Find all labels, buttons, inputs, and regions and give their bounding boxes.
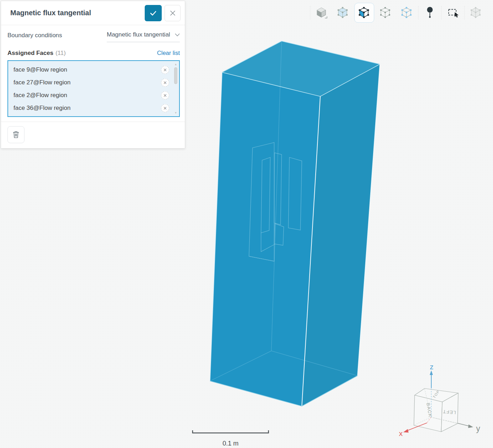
select-edge-icon xyxy=(378,5,393,20)
select-vertex-button[interactable] xyxy=(397,3,417,23)
apply-button[interactable] xyxy=(145,5,162,21)
axis-y-label: y xyxy=(476,424,480,433)
toolbar-divider xyxy=(418,6,419,19)
panel-body: Boundary conditions Magnetic flux tangen… xyxy=(1,31,185,148)
chevron-down-icon xyxy=(175,33,180,37)
geometry-left-face[interactable] xyxy=(210,72,320,406)
close-icon xyxy=(169,9,177,17)
remove-face-button[interactable]: ✕ xyxy=(161,66,169,74)
remove-face-button[interactable]: ✕ xyxy=(161,79,169,87)
scroll-up-arrow[interactable]: ▲ xyxy=(173,63,178,66)
assigned-faces-list[interactable]: face 9@Flow region ✕ face 27@Flow region… xyxy=(7,60,180,117)
assigned-faces-label: Assigned Faces xyxy=(7,50,53,56)
check-icon xyxy=(149,9,157,17)
axis-x-label: x xyxy=(399,429,403,437)
trash-icon xyxy=(12,130,20,139)
boundary-conditions-label: Boundary conditions xyxy=(7,31,62,39)
face-list-item[interactable]: face 9@Flow region ✕ xyxy=(8,63,179,76)
probe-point-button[interactable] xyxy=(420,3,440,23)
assigned-faces-header: Assigned Faces(11) Clear list xyxy=(7,50,180,57)
select-volume-button[interactable] xyxy=(312,3,332,23)
axis-z-label: z xyxy=(430,363,434,371)
orientation-cube[interactable]: z x y BACK LEFT TOP xyxy=(399,363,481,437)
panel-footer xyxy=(7,122,180,148)
boundary-condition-type-dropdown[interactable]: Magnetic flux tangential xyxy=(107,31,180,42)
toolbar-divider xyxy=(441,6,442,19)
select-all-faces-icon xyxy=(336,5,350,20)
select-assembly-icon xyxy=(469,5,483,20)
face-list-item[interactable]: face 27@Flow region ✕ xyxy=(8,76,179,89)
panel-header: Magnetic flux tangential xyxy=(1,1,185,25)
select-vertex-icon xyxy=(399,5,414,20)
flow-region-geometry[interactable] xyxy=(210,41,380,406)
close-button[interactable] xyxy=(165,5,181,21)
face-list-item[interactable]: face 36@Flow region ✕ xyxy=(8,102,179,114)
selection-toolbar xyxy=(309,2,487,23)
delete-button[interactable] xyxy=(7,126,24,143)
select-face-button[interactable] xyxy=(354,3,374,23)
toolbar-divider xyxy=(310,6,310,19)
select-edge-button[interactable] xyxy=(376,3,395,23)
clear-list-link[interactable]: Clear list xyxy=(157,50,180,56)
select-volume-icon xyxy=(314,5,329,20)
scale-bar-label: 0.1 m xyxy=(222,440,238,447)
scale-bar: 0.1 m xyxy=(193,430,268,447)
box-select-button[interactable] xyxy=(443,3,463,23)
select-face-icon xyxy=(357,5,372,20)
face-label: face 36@Flow region xyxy=(13,105,71,112)
dropdown-selected-value: Magnetic flux tangential xyxy=(107,31,170,38)
remove-face-button[interactable]: ✕ xyxy=(161,104,169,112)
face-label: face 27@Flow region xyxy=(13,79,71,86)
list-scrollbar[interactable]: ▲ ▼ xyxy=(173,63,178,114)
face-label: face 9@Flow region xyxy=(13,66,67,73)
probe-point-icon xyxy=(422,5,437,20)
boundary-conditions-row: Boundary conditions Magnetic flux tangen… xyxy=(7,31,180,42)
face-label: face 2@Flow region xyxy=(13,92,67,99)
assigned-faces-count: (11) xyxy=(55,50,66,56)
select-all-faces-button[interactable] xyxy=(333,3,353,23)
scroll-down-arrow[interactable]: ▼ xyxy=(173,111,178,114)
app-screen: z x y BACK LEFT TOP xyxy=(0,0,493,448)
remove-face-button[interactable]: ✕ xyxy=(161,91,169,100)
select-assembly-button[interactable] xyxy=(466,3,486,23)
face-list-item[interactable]: face 2@Flow region ✕ xyxy=(8,89,179,102)
box-select-icon xyxy=(445,5,460,20)
scroll-thumb[interactable] xyxy=(174,67,177,84)
toolbar-divider xyxy=(464,6,465,19)
boundary-condition-panel: Magnetic flux tangential Boundary condit… xyxy=(1,1,185,149)
panel-title: Magnetic flux tangential xyxy=(10,9,145,17)
